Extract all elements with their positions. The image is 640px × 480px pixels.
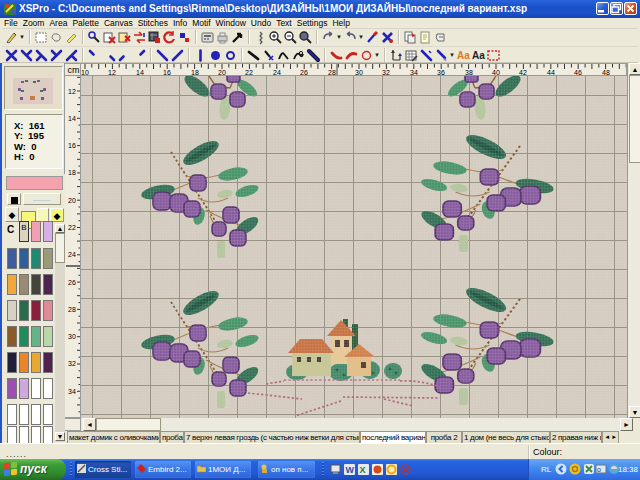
svg-text:20: 20 — [68, 197, 76, 204]
svg-text:34: 34 — [68, 388, 76, 395]
svg-text:24: 24 — [68, 251, 76, 258]
svg-text:26: 26 — [300, 69, 308, 76]
svg-text:Aa: Aa — [472, 50, 485, 61]
svg-text:32: 32 — [382, 69, 390, 76]
svg-text:10: 10 — [81, 69, 89, 76]
svg-text:12: 12 — [68, 88, 76, 95]
svg-text:16: 16 — [163, 69, 171, 76]
svg-text:X: X — [360, 465, 366, 475]
svg-text:28: 28 — [68, 306, 76, 313]
svg-text:34: 34 — [410, 69, 418, 76]
svg-text:36: 36 — [437, 69, 445, 76]
svg-text:16: 16 — [68, 142, 76, 149]
svg-text:48: 48 — [602, 69, 610, 76]
svg-text:W: W — [346, 465, 355, 475]
svg-text:14: 14 — [68, 115, 76, 122]
svg-text:44: 44 — [547, 69, 555, 76]
svg-text:14: 14 — [136, 69, 144, 76]
svg-text:30: 30 — [68, 333, 76, 340]
svg-text:46: 46 — [574, 69, 582, 76]
svg-text:Aa: Aa — [457, 50, 470, 61]
svg-text:22: 22 — [68, 224, 76, 231]
svg-text:28: 28 — [328, 69, 336, 76]
svg-text:32: 32 — [68, 360, 76, 367]
svg-text:38: 38 — [465, 69, 473, 76]
svg-text:40: 40 — [492, 69, 500, 76]
svg-text:18: 18 — [191, 69, 199, 76]
svg-text:42: 42 — [519, 69, 527, 76]
svg-text:18: 18 — [68, 169, 76, 176]
svg-text:24: 24 — [273, 69, 281, 76]
svg-text:12: 12 — [108, 69, 116, 76]
svg-text:o: o — [597, 466, 601, 473]
svg-text:22: 22 — [245, 69, 253, 76]
svg-text:30: 30 — [355, 69, 363, 76]
svg-text:26: 26 — [68, 279, 76, 286]
svg-text:20: 20 — [218, 69, 226, 76]
